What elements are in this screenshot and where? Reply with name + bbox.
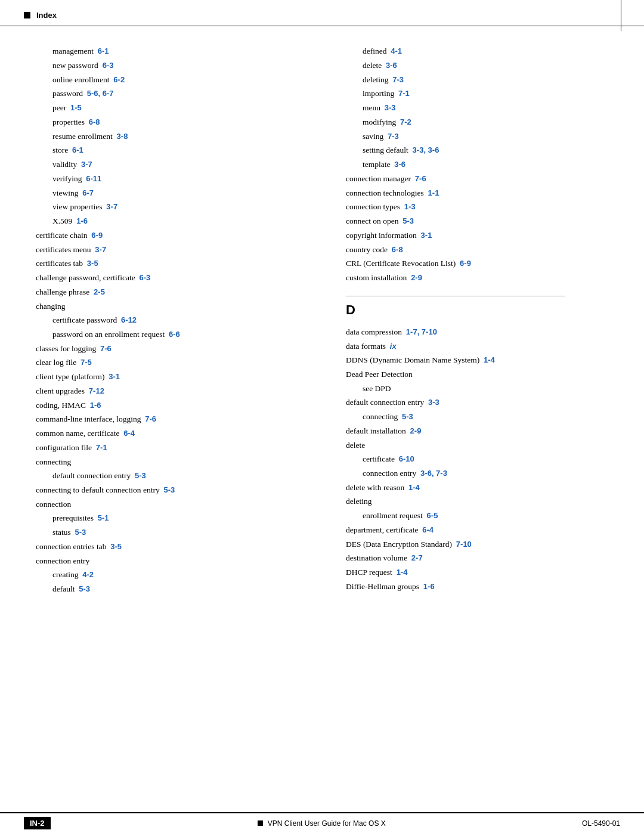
ref: 7-3	[392, 75, 404, 84]
ref: 5-3	[163, 485, 175, 494]
list-item: connection manager 7-6	[346, 172, 620, 186]
ref: 3-3	[428, 398, 439, 407]
page-header: Index	[0, 0, 644, 26]
ref: 6-8	[392, 245, 403, 254]
list-item: connecting to default connection entry 5…	[36, 483, 328, 497]
list-item: peer 1-5	[36, 101, 328, 115]
ref: 6-1	[98, 47, 109, 55]
list-item: delete with reason 1-4	[346, 481, 620, 495]
ref: 7-6	[415, 174, 426, 183]
ref: 3-3, 3-6	[413, 145, 439, 154]
ref: 3-8	[117, 132, 128, 141]
list-item: delete	[346, 438, 620, 453]
ref: 6-5	[427, 511, 438, 520]
ref: 1-3	[404, 202, 416, 211]
list-item: online enrollment 6-2	[36, 73, 328, 87]
page: Index management 6-1 new password 6-3 on…	[0, 0, 644, 833]
ref: 3-7	[106, 202, 117, 211]
list-item: Diffie-Hellman groups 1-6	[346, 580, 620, 594]
list-item: modifying 7-2	[346, 115, 620, 129]
ref: 3-6, 7-3	[420, 469, 447, 478]
list-item: coding, HMAC 1-6	[36, 398, 328, 413]
list-item: certificate 6-10	[346, 452, 620, 466]
ref: 5-6, 6-7	[87, 89, 114, 98]
list-item: client type (platform) 3-1	[36, 370, 328, 384]
ref: 3-3	[385, 103, 396, 112]
list-item-connect-on-open: connect on open 5-3	[346, 214, 620, 228]
header-square-icon	[24, 12, 30, 18]
ref: 3-6	[394, 160, 405, 169]
list-item: destination volume 2-7	[346, 551, 620, 565]
list-item: copyright information 3-1	[346, 228, 620, 243]
list-item: common name, certificate 6-4	[36, 426, 328, 441]
list-item: connection types 1-3	[346, 200, 620, 214]
ref: 7-10	[456, 540, 472, 549]
footer-center: VPN Client User Guide for Mac OS X	[258, 819, 386, 828]
ref: 1-1	[428, 188, 439, 197]
ref: 3-5	[87, 259, 98, 268]
list-item: data formats ix	[346, 339, 620, 354]
ref: 6-9	[460, 259, 471, 268]
list-item: menu 3-3	[346, 101, 620, 115]
ref: 3-1	[109, 372, 120, 381]
ref: 7-5	[80, 358, 92, 367]
page-number-badge: IN-2	[24, 817, 51, 829]
ref: 6-9	[91, 231, 103, 240]
ref: 2-9	[410, 426, 422, 435]
ref: 7-6	[145, 414, 156, 423]
ref: 6-4	[123, 429, 135, 438]
ref: 5-3	[402, 216, 414, 225]
ref: 2-5	[94, 287, 105, 296]
list-item: command-line interface, logging 7-6	[36, 412, 328, 426]
ref: 3-7	[81, 160, 92, 169]
ref: 1-6	[76, 216, 88, 225]
ref: 1-4	[408, 483, 420, 492]
list-item: certificate password 6-12	[36, 313, 328, 327]
list-item: connecting	[36, 455, 328, 469]
list-item: CRL (Certificate Revocation List) 6-9	[346, 256, 620, 271]
ref: 4-1	[391, 47, 402, 55]
ref: 7-1	[96, 443, 107, 452]
list-item: department, certificate 6-4	[346, 523, 620, 537]
footer-left: IN-2	[24, 817, 61, 829]
ref: 4-2	[82, 570, 94, 579]
ref: 3-6	[386, 61, 397, 70]
right-column: defined 4-1 delete 3-6 deleting 7-3 impo…	[328, 44, 620, 596]
ref: 5-3	[75, 528, 86, 537]
ref: 6-10	[399, 454, 414, 463]
ref: 3-5	[110, 542, 122, 551]
ref: 6-3	[140, 273, 151, 282]
list-item: store 6-1	[36, 143, 328, 157]
list-item: data compression 1-7, 7-10	[346, 325, 620, 339]
ref: ix	[390, 342, 397, 351]
ref: 6-3	[103, 61, 114, 70]
ref: 7-6	[100, 344, 112, 353]
list-item: enrollment request 6-5	[346, 509, 620, 523]
list-item: default connection entry 5-3	[36, 469, 328, 483]
ref: 5-1	[98, 513, 109, 522]
footer-square-icon	[258, 820, 263, 826]
list-item: defined 4-1	[346, 44, 620, 58]
list-item: custom installation 2-9	[346, 271, 620, 285]
ref: 1-7, 7-10	[406, 327, 437, 336]
list-item: deleting 7-3	[346, 73, 620, 87]
list-item: default connection entry 3-3	[346, 395, 620, 410]
list-item: connection technologies 1-1	[346, 186, 620, 200]
list-item: default installation 2-9	[346, 424, 620, 438]
main-content: management 6-1 new password 6-3 online e…	[0, 26, 644, 632]
list-item: deleting	[346, 494, 620, 509]
header-right-rule	[621, 0, 621, 31]
list-item: password on an enrollment request 6-6	[36, 327, 328, 342]
ref: 6-8	[89, 117, 100, 126]
list-item: saving 7-3	[346, 129, 620, 144]
list-item: creating 4-2	[36, 568, 328, 582]
list-item: validity 3-7	[36, 157, 328, 172]
list-item: connection entry	[36, 554, 328, 568]
list-item: connection	[36, 497, 328, 512]
list-item: delete 3-6	[346, 58, 620, 73]
list-item: connecting 5-3	[346, 410, 620, 424]
ref: 6-2	[113, 75, 125, 84]
ref: 2-7	[411, 553, 423, 562]
list-item: verifying 6-11	[36, 172, 328, 186]
list-item: country code 6-8	[346, 243, 620, 257]
